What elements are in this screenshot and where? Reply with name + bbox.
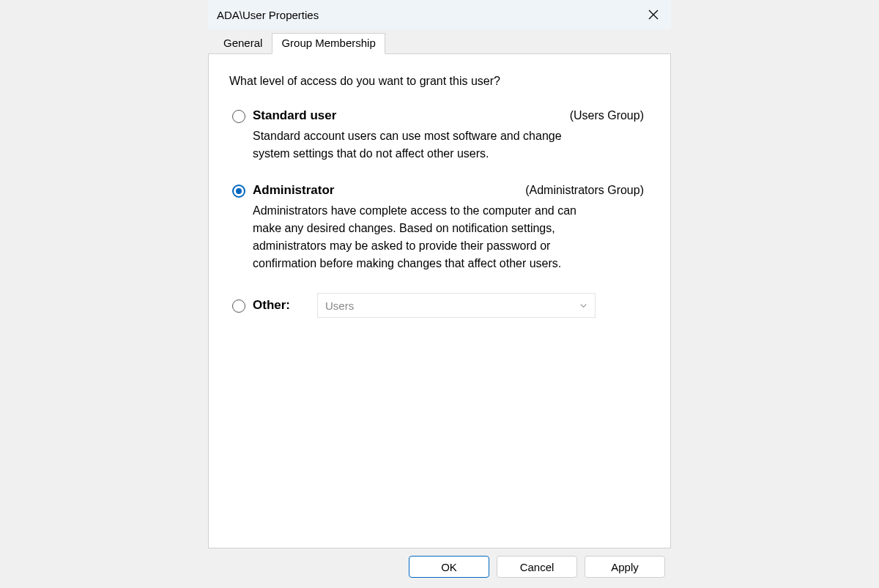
tab-bar: General Group Membership [208, 29, 671, 53]
tab-general[interactable]: General [214, 33, 272, 54]
dialog-buttons: OK Cancel Apply [208, 548, 671, 585]
other-combo-value: Users [325, 299, 354, 312]
chevron-down-icon [579, 302, 587, 310]
titlebar: ADA\User Properties [208, 0, 671, 29]
user-properties-dialog: ADA\User Properties General Group Member… [208, 0, 671, 585]
radio-administrator[interactable] [232, 185, 245, 198]
option-other: Other: Users [229, 293, 650, 318]
close-icon [648, 10, 659, 20]
radio-other[interactable] [232, 299, 245, 313]
administrator-label: Administrator [253, 183, 334, 198]
standard-user-desc: Standard account users can use most soft… [253, 127, 590, 163]
cancel-button[interactable]: Cancel [497, 556, 577, 578]
window-title: ADA\User Properties [217, 9, 636, 21]
other-group-combo[interactable]: Users [317, 293, 596, 318]
standard-user-group: (Users Group) [570, 109, 650, 122]
administrator-desc: Administrators have complete access to t… [253, 202, 590, 272]
tab-group-membership[interactable]: Group Membership [272, 33, 385, 54]
radio-standard-user[interactable] [232, 110, 245, 123]
close-button[interactable] [636, 0, 671, 29]
ok-button[interactable]: OK [409, 556, 489, 578]
access-prompt: What level of access do you want to gran… [229, 75, 650, 88]
administrator-group: (Administrators Group) [525, 184, 650, 197]
other-label: Other: [253, 298, 317, 313]
tab-content: What level of access do you want to gran… [208, 53, 671, 548]
standard-user-label: Standard user [253, 108, 336, 123]
apply-button[interactable]: Apply [585, 556, 665, 578]
option-administrator: Administrator (Administrators Group) Adm… [229, 183, 650, 272]
option-standard-user: Standard user (Users Group) Standard acc… [229, 108, 650, 163]
